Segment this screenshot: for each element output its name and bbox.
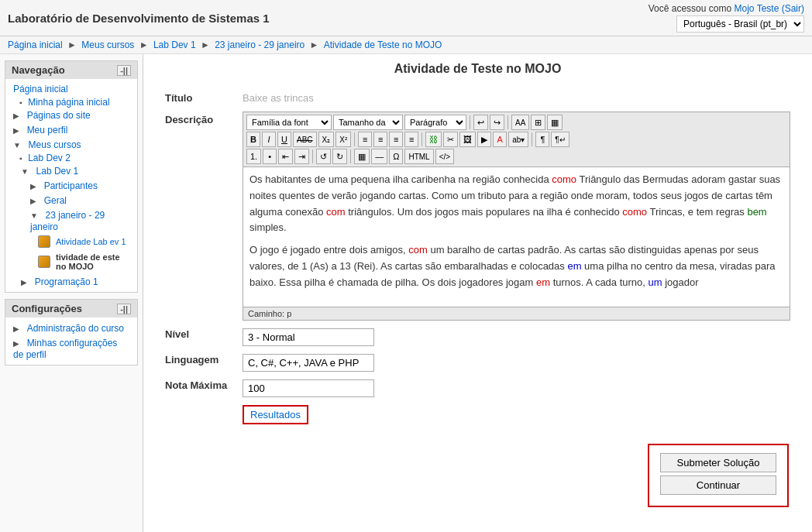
ul-btn[interactable]: • — [263, 149, 277, 164]
arrow-23jan: ▼ — [30, 211, 38, 220]
resultados-link[interactable]: Resultados — [243, 405, 308, 424]
nivel-row: Nível — [159, 324, 797, 350]
pilcrow-btn[interactable]: ¶ — [535, 132, 549, 147]
editor-content[interactable]: Os habitantes de uma pequena ilha caribe… — [243, 167, 790, 307]
align-center-btn[interactable]: ≡ — [373, 132, 387, 147]
paragraph-select[interactable]: Parágrafo — [404, 115, 466, 130]
sidebar-link-paginas[interactable]: Páginas do site — [24, 108, 94, 122]
descricao-cell: Família da font Tamanho da fo Parágrafo … — [236, 108, 797, 324]
nonbreak-btn[interactable]: ¶↵ — [551, 132, 569, 147]
undo2-btn[interactable]: ↺ — [316, 149, 331, 164]
align-left-btn[interactable]: ≡ — [358, 132, 372, 147]
redo2-btn[interactable]: ↻ — [332, 149, 347, 164]
user-name-link[interactable]: Mojo Teste — [735, 3, 779, 14]
sidebar-link-meus-cursos[interactable]: Meus cursos — [26, 138, 84, 152]
user-info: Você acessou como Mojo Teste (Sair) Port… — [649, 3, 804, 33]
sidebar-link-perfil[interactable]: Meu perfil — [24, 123, 71, 137]
submit-area-wrapper: Submeter Solução Continuar — [159, 444, 797, 507]
html-btn[interactable]: HTML — [404, 149, 433, 164]
language-select[interactable]: Português - Brasil (pt_br) — [676, 15, 804, 33]
editor-toolbar: Família da font Tamanho da fo Parágrafo … — [243, 112, 790, 167]
editor-wrapper: Família da font Tamanho da fo Parágrafo … — [243, 112, 790, 321]
special-btn[interactable]: Ω — [389, 149, 403, 164]
aa-btn[interactable]: AA — [511, 115, 529, 130]
config-collapse-btn[interactable]: -|| — [117, 304, 131, 314]
italic-btn[interactable]: I — [262, 132, 276, 147]
redo-btn[interactable]: ↪ — [490, 115, 504, 130]
ol-btn[interactable]: 1. — [246, 149, 261, 164]
sidebar-item-23jan[interactable]: 23 janeiro - 29 janeiro — [30, 208, 105, 234]
nav-collapse-btn[interactable]: -|| — [117, 65, 131, 76]
align-justify-btn[interactable]: ≡ — [404, 132, 418, 147]
sair-link[interactable]: (Sair) — [782, 3, 804, 14]
strikethrough-btn[interactable]: ABC — [293, 132, 317, 147]
sidebar-item-labdev1[interactable]: Lab Dev 1 — [33, 164, 82, 178]
image-btn[interactable]: 🖼 — [459, 132, 476, 147]
highlight-btn[interactable]: ab▾ — [508, 132, 528, 147]
sidebar-admin-row: ▶ Administração do curso — [10, 321, 132, 335]
bold-btn[interactable]: B — [246, 132, 260, 147]
linguagem-input[interactable] — [243, 354, 374, 372]
breadcrumb-item-labdev1[interactable]: Lab Dev 1 — [153, 39, 196, 50]
arrow-labdev1: ▼ — [21, 167, 29, 176]
sidebar-item-programacao[interactable]: Programação 1 — [32, 275, 102, 289]
sidebar-item-minha-pagina[interactable]: Minha página inicial — [25, 95, 112, 109]
tb-icon2[interactable]: ▦ — [547, 115, 563, 130]
sidebar-item-pagina-inicial[interactable]: Página inicial — [10, 82, 132, 96]
font-size-select[interactable]: Tamanho da fo — [333, 115, 403, 130]
hline-btn[interactable]: — — [371, 149, 387, 164]
editor-para1: Os habitantes de uma pequena ilha caribe… — [249, 172, 783, 236]
titulo-value: Baixe as trincas — [243, 92, 314, 104]
breadcrumb-item-atividade[interactable]: Atividade de Teste no MOJO — [324, 39, 442, 50]
indent-btn[interactable]: ⇥ — [294, 149, 309, 164]
sidebar-23jan-row: ▼ 23 janeiro - 29 janeiro — [10, 208, 132, 234]
sidebar-item-geral[interactable]: Geral — [41, 194, 70, 208]
main-content: Atividade de Teste no MOJO Título Baixe … — [143, 54, 812, 532]
linguagem-cell — [236, 350, 797, 376]
config-block-header: Configurações -|| — [5, 300, 137, 317]
sidebar-item-labdev2[interactable]: Lab Dev 2 — [25, 151, 74, 165]
nivel-input[interactable] — [243, 328, 374, 346]
sidebar-item-atividade-mojo[interactable]: tividade de este no MOJO — [53, 251, 129, 273]
arrow-minhas-config: ▶ — [13, 339, 19, 348]
media-btn[interactable]: ▶ — [477, 132, 491, 147]
breadcrumb-item-home[interactable]: Página inicial — [8, 39, 63, 50]
align-right-btn[interactable]: ≡ — [389, 132, 403, 147]
code-btn[interactable]: </> — [435, 149, 454, 164]
sidebar-item-participantes[interactable]: Participantes — [41, 179, 101, 193]
link-btn[interactable]: ⛓ — [425, 132, 442, 147]
breadcrumb-sep4: ► — [310, 39, 322, 50]
toolbar-row3: 1. • ⇤ ⇥ ↺ ↻ ▦ — Ω HTM — [246, 149, 786, 164]
font-family-select[interactable]: Família da font — [246, 115, 332, 130]
breadcrumb-item-meus-cursos[interactable]: Meus cursos — [81, 39, 134, 50]
sep6 — [312, 149, 313, 163]
tb-icon1[interactable]: ⊞ — [531, 115, 545, 130]
path-tag: p — [287, 309, 291, 318]
titulo-row: Título Baixe as trincas — [159, 88, 797, 108]
sidebar-item-minhas-config[interactable]: Minhas configurações de perfil — [13, 336, 117, 362]
sidebar-geral-row: ▶ Geral — [10, 193, 132, 208]
unlink-btn[interactable]: ✂ — [443, 132, 458, 147]
toolbar-row2: B I U ABC X₂ X² ≡ ≡ ≡ ≡ — [246, 132, 786, 147]
linguagem-label: Linguagem — [159, 350, 236, 376]
resultados-row: Resultados — [159, 401, 797, 428]
undo-btn[interactable]: ↩ — [473, 115, 488, 130]
superscript-btn[interactable]: X² — [335, 132, 351, 147]
resultados-cell: Resultados — [236, 401, 797, 428]
table-btn[interactable]: ▦ — [354, 149, 370, 164]
outdent-btn[interactable]: ⇤ — [278, 149, 293, 164]
underline-btn[interactable]: U — [277, 132, 291, 147]
sidebar-item-admin[interactable]: Administração do curso — [24, 321, 127, 335]
nota-input[interactable] — [243, 379, 374, 397]
nota-cell — [236, 376, 797, 401]
nav-block-title: Navegação — [12, 64, 65, 76]
fontcolor-btn[interactable]: A — [493, 132, 507, 147]
activity-icon2 — [38, 256, 50, 268]
submeter-btn[interactable]: Submeter Solução — [660, 453, 776, 472]
sidebar-item-atividade-lab[interactable]: Atividade Lab ev 1 — [53, 235, 129, 248]
subscript-btn[interactable]: X₂ — [318, 132, 335, 147]
titulo-cell: Baixe as trincas — [236, 88, 797, 108]
breadcrumb-item-23jan[interactable]: 23 janeiro - 29 janeiro — [215, 39, 304, 50]
sidebar-item-paginas: ▶ Páginas do site — [10, 108, 132, 122]
continuar-btn[interactable]: Continuar — [660, 475, 776, 495]
